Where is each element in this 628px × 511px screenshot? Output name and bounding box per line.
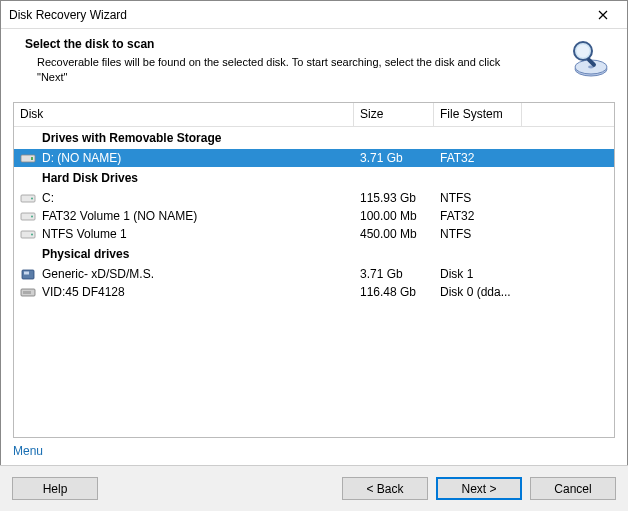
table-row[interactable]: Generic- xD/SD/M.S. 3.71 Gb Disk 1 <box>14 265 614 283</box>
footer: Help < Back Next > Cancel <box>0 465 628 511</box>
disk-name: D: (NO NAME) <box>42 151 121 165</box>
disk-name: Generic- xD/SD/M.S. <box>42 267 154 281</box>
disk-size: 116.48 Gb <box>354 283 434 301</box>
close-button[interactable] <box>583 2 623 28</box>
table-row[interactable]: FAT32 Volume 1 (NO NAME) 100.00 Mb FAT32 <box>14 207 614 225</box>
titlebar: Disk Recovery Wizard <box>1 1 627 29</box>
cancel-button[interactable]: Cancel <box>530 477 616 500</box>
table-row[interactable]: C: 115.93 Gb NTFS <box>14 189 614 207</box>
wizard-header: Select the disk to scan Recoverable file… <box>1 29 627 96</box>
disk-name: NTFS Volume 1 <box>42 227 127 241</box>
disk-name: VID:45 DF4128 <box>42 285 125 299</box>
window-title: Disk Recovery Wizard <box>9 8 127 22</box>
page-title: Select the disk to scan <box>25 37 569 51</box>
hdd-icon <box>20 192 36 204</box>
help-button[interactable]: Help <box>12 477 98 500</box>
svg-rect-15 <box>24 271 29 274</box>
magnifier-disk-icon <box>569 37 611 79</box>
list-header: Disk Size File System <box>14 103 614 127</box>
table-row[interactable]: VID:45 DF4128 116.48 Gb Disk 0 (dda... <box>14 283 614 301</box>
disk-filesystem: Disk 0 (dda... <box>434 283 522 301</box>
disk-filesystem: NTFS <box>434 225 522 243</box>
disk-filesystem: Disk 1 <box>434 265 522 283</box>
removable-drive-icon <box>20 152 36 164</box>
disk-size: 115.93 Gb <box>354 189 434 207</box>
disk-size: 100.00 Mb <box>354 207 434 225</box>
disk-filesystem: NTFS <box>434 189 522 207</box>
hdd-icon <box>20 210 36 222</box>
list-body[interactable]: Drives with Removable Storage D: (NO NAM… <box>14 127 614 438</box>
col-header-disk[interactable]: Disk <box>14 103 354 126</box>
disk-filesystem: FAT32 <box>434 207 522 225</box>
page-subtitle: Recoverable files will be found on the s… <box>25 55 505 86</box>
card-reader-icon <box>20 268 36 280</box>
table-row[interactable]: D: (NO NAME) 3.71 Gb FAT32 <box>14 149 614 167</box>
col-header-filesystem[interactable]: File System <box>434 103 522 126</box>
hdd-icon <box>20 228 36 240</box>
svg-point-13 <box>31 233 33 235</box>
svg-rect-7 <box>31 157 33 160</box>
svg-rect-17 <box>23 291 31 294</box>
col-header-size[interactable]: Size <box>354 103 434 126</box>
disk-list-panel: Disk Size File System Drives with Remova… <box>13 102 615 438</box>
physical-disk-icon <box>20 286 36 298</box>
group-physical: Physical drives <box>14 243 614 265</box>
close-icon <box>598 10 608 20</box>
svg-point-9 <box>31 197 33 199</box>
svg-point-11 <box>31 215 33 217</box>
disk-name: C: <box>42 191 54 205</box>
back-button[interactable]: < Back <box>342 477 428 500</box>
group-hdd: Hard Disk Drives <box>14 167 614 189</box>
disk-filesystem: FAT32 <box>434 149 522 167</box>
disk-name: FAT32 Volume 1 (NO NAME) <box>42 209 197 223</box>
disk-size: 450.00 Mb <box>354 225 434 243</box>
table-row[interactable]: NTFS Volume 1 450.00 Mb NTFS <box>14 225 614 243</box>
svg-point-4 <box>577 45 590 58</box>
next-button[interactable]: Next > <box>436 477 522 500</box>
disk-size: 3.71 Gb <box>354 265 434 283</box>
menu-link[interactable]: Menu <box>1 438 55 458</box>
group-removable: Drives with Removable Storage <box>14 127 614 149</box>
disk-size: 3.71 Gb <box>354 149 434 167</box>
